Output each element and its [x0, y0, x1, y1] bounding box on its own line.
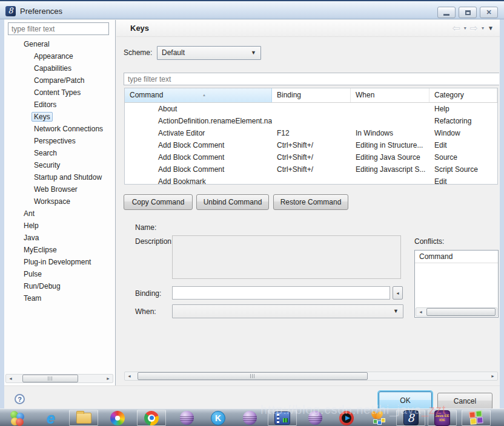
- key-bindings-table: Command ▲ Binding When Category About He…: [124, 88, 498, 185]
- sidebar-item-network-connections[interactable]: Network Connections: [4, 123, 114, 135]
- sidebar-item-appearance[interactable]: Appearance: [4, 50, 114, 62]
- cell-command: Add Block Comment: [125, 151, 272, 163]
- taskbar-eclipse-1[interactable]: [172, 410, 201, 426]
- scrollbar-track[interactable]: [134, 372, 488, 380]
- back-dropdown-icon[interactable]: ▾: [464, 25, 466, 31]
- chevron-down-icon: ▼: [251, 47, 256, 59]
- help-button[interactable]: ?: [15, 394, 25, 404]
- forward-dropdown-icon[interactable]: ▾: [482, 25, 484, 31]
- scrollbar-track[interactable]: [425, 308, 497, 316]
- table-row[interactable]: About Help: [125, 103, 497, 115]
- when-label: When:: [135, 307, 156, 316]
- tree-label: Content Types: [34, 88, 81, 97]
- description-textarea[interactable]: [172, 235, 401, 279]
- dialog-right-border: [500, 19, 504, 426]
- cell-binding: Ctrl+Shift+/: [272, 151, 351, 163]
- column-header-when[interactable]: When: [351, 88, 429, 102]
- taskbar-eclipse-2[interactable]: [235, 410, 264, 426]
- sidebar-item-web-browser[interactable]: Web Browser: [4, 183, 114, 195]
- table-row[interactable]: ActionDefinition.renameElement.na Refact…: [125, 115, 497, 127]
- sidebar-item-help[interactable]: Help: [4, 220, 114, 232]
- sidebar-filter-input[interactable]: [8, 22, 109, 35]
- sidebar-item-pulse[interactable]: Pulse: [4, 268, 114, 280]
- sidebar-item-perspectives[interactable]: Perspectives: [4, 135, 114, 147]
- chevron-down-icon: ▼: [393, 305, 399, 318]
- chrome-icon: [144, 411, 159, 425]
- sidebar-item-capabilities[interactable]: Capabilities: [4, 62, 114, 74]
- scroll-left-icon[interactable]: ◄: [416, 308, 425, 316]
- maximize-button[interactable]: [459, 7, 477, 18]
- close-button[interactable]: ✕: [480, 7, 498, 18]
- table-row[interactable]: Add Block Comment Ctrl+Shift+/ Editing J…: [125, 151, 497, 163]
- binding-input[interactable]: [172, 286, 390, 300]
- restore-command-button[interactable]: Restore Command: [273, 194, 348, 210]
- tree-label: Editors: [34, 100, 56, 109]
- sidebar-item-team[interactable]: Team: [4, 292, 114, 304]
- back-arrow-icon[interactable]: ⇦: [452, 22, 460, 34]
- k-circle-icon: K: [211, 411, 225, 425]
- scrollbar-thumb[interactable]: [138, 372, 368, 380]
- cell-category: Window: [429, 127, 497, 139]
- sidebar-item-ant[interactable]: Ant: [4, 208, 114, 220]
- scroll-right-icon[interactable]: ►: [104, 375, 113, 382]
- table-row[interactable]: Add Block Comment Ctrl+Shift+/ Editing J…: [125, 163, 497, 175]
- sidebar-item-content-types[interactable]: Content Types: [4, 87, 114, 99]
- sidebar-item-java[interactable]: Java: [4, 232, 114, 244]
- title-bar[interactable]: 8 Preferences ✕: [0, 0, 504, 19]
- tree-label: Keys: [31, 112, 53, 122]
- scroll-left-icon[interactable]: ◄: [125, 372, 134, 380]
- taskbar-chrome[interactable]: [137, 410, 166, 426]
- minimize-button[interactable]: [437, 7, 456, 18]
- main-horizontal-scrollbar[interactable]: ◄ ►: [124, 372, 498, 381]
- scroll-left-icon[interactable]: ◄: [6, 375, 15, 382]
- scrollbar-track[interactable]: [15, 375, 104, 382]
- table-row[interactable]: Add Block Comment Ctrl+Shift+/ Editing i…: [125, 139, 497, 151]
- conflicts-horizontal-scrollbar[interactable]: ◄: [416, 307, 497, 316]
- when-combobox[interactable]: ▼: [172, 304, 403, 318]
- scrollbar-thumb[interactable]: [426, 308, 496, 316]
- sidebar-item-myeclipse[interactable]: MyEclipse: [4, 244, 114, 256]
- scrollbar-thumb[interactable]: [22, 375, 78, 382]
- sidebar-item-security[interactable]: Security: [4, 159, 114, 171]
- forward-arrow-icon[interactable]: ⇨: [470, 22, 478, 34]
- taskbar-colorful-orb-icon[interactable]: [2, 410, 31, 426]
- cell-when: In Windows: [351, 127, 429, 139]
- cell-category: Help: [429, 103, 497, 115]
- command-filter-input[interactable]: [124, 73, 499, 85]
- sidebar-item-keys-selected[interactable]: Keys: [4, 111, 114, 123]
- tree-label: Compare/Patch: [34, 76, 84, 85]
- taskbar-file-explorer[interactable]: [69, 410, 98, 426]
- cell-command: Add Bookmark: [125, 175, 272, 185]
- taskbar-kugou[interactable]: K: [204, 410, 233, 426]
- copy-command-button[interactable]: Copy Command: [124, 194, 193, 210]
- sidebar-item-general[interactable]: General: [4, 38, 114, 50]
- sidebar-item-search[interactable]: Search: [4, 147, 114, 159]
- binding-assist-button[interactable]: ◂: [393, 286, 403, 300]
- unbind-command-button[interactable]: Unbind Command: [196, 194, 269, 210]
- column-header-category[interactable]: Category: [429, 88, 497, 102]
- scroll-right-icon[interactable]: ►: [488, 372, 497, 380]
- table-row[interactable]: Add Bookmark Edit: [125, 175, 497, 185]
- column-header-binding[interactable]: Binding: [272, 88, 351, 102]
- table-row[interactable]: Activate Editor F12 In Windows Window: [125, 127, 497, 139]
- sidebar-item-run-debug[interactable]: Run/Debug: [4, 280, 114, 292]
- conflicts-column-header[interactable]: Command: [415, 251, 498, 263]
- tree-label: Team: [24, 294, 41, 303]
- myeclipse-app-icon: 8: [5, 6, 16, 16]
- view-menu-icon[interactable]: ▼: [488, 25, 494, 31]
- scheme-combobox[interactable]: Default ▼: [157, 46, 261, 60]
- sidebar-horizontal-scrollbar[interactable]: ◄ ►: [5, 374, 113, 383]
- column-header-command[interactable]: Command ▲: [125, 88, 272, 102]
- taskbar-colored-squares-app[interactable]: [462, 410, 491, 426]
- sidebar-item-editors[interactable]: Editors: [4, 99, 114, 111]
- sidebar-item-plugin-development[interactable]: Plug-in Development: [4, 256, 114, 268]
- cell-when: [351, 115, 429, 127]
- sidebar-item-compare-patch[interactable]: Compare/Patch: [4, 74, 114, 87]
- sidebar-item-workspace[interactable]: Workspace: [4, 195, 114, 208]
- scheme-label: Scheme:: [124, 48, 152, 57]
- taskbar-media-pinwheel[interactable]: [103, 410, 132, 426]
- taskbar-internet-explorer[interactable]: e: [36, 410, 65, 426]
- table-header-row: Command ▲ Binding When Category: [125, 88, 497, 103]
- tree-label: Security: [34, 161, 60, 169]
- sidebar-item-startup-and-shutdown[interactable]: Startup and Shutdow: [4, 171, 114, 183]
